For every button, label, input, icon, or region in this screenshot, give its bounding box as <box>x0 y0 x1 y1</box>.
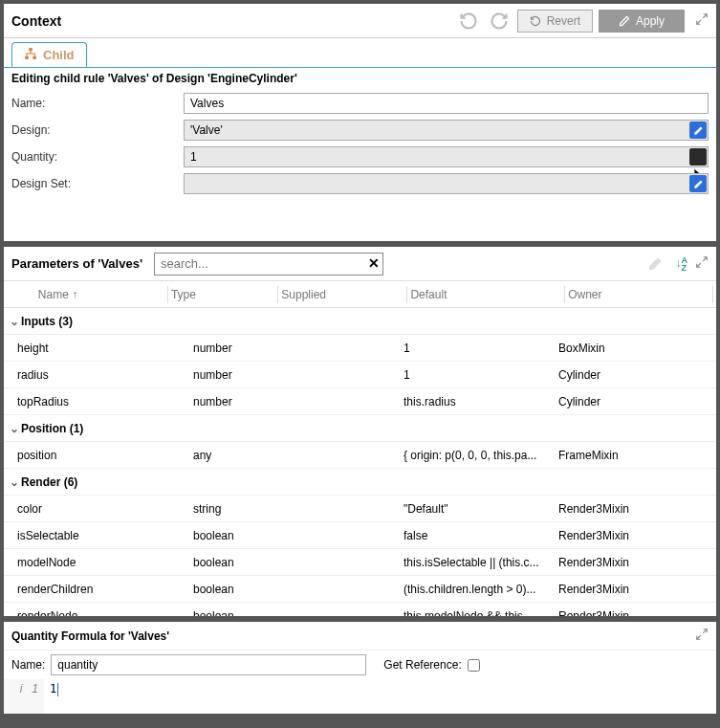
param-owner: Cylinder <box>558 395 692 408</box>
param-row[interactable]: heightnumber1BoxMixin <box>4 335 716 362</box>
param-type: boolean <box>166 529 279 542</box>
svg-line-7 <box>703 629 707 633</box>
param-row[interactable]: radiusnumber1Cylinder <box>4 362 716 388</box>
context-toolbar: Context Revert Apply <box>4 4 716 38</box>
search-input[interactable] <box>154 253 383 276</box>
formula-header: Quantity Formula for 'Valves' <box>4 622 716 651</box>
param-name: renderChildren <box>4 583 166 596</box>
col-default[interactable]: Default <box>410 288 561 301</box>
designset-label: Design Set: <box>11 177 184 190</box>
param-default: (this.children.length > 0)... <box>404 583 558 596</box>
context-panel: Context Revert Apply Child Editing child… <box>2 2 718 243</box>
param-row[interactable]: renderNodebooleanthis.modelNode && this.… <box>4 603 716 616</box>
param-name: isSelectable <box>4 529 166 542</box>
param-owner: BoxMixin <box>558 342 692 355</box>
edit-quantity-icon[interactable] <box>689 148 707 165</box>
group-label: Position (1) <box>21 422 83 435</box>
group-row[interactable]: ⌄ Inputs (3) <box>4 308 716 335</box>
group-row[interactable]: ⌄ Position (1) <box>4 415 716 442</box>
chevron-down-icon: ⌄ <box>8 475 21 489</box>
param-owner: Render3Mixin <box>558 583 692 596</box>
tab-child[interactable]: Child <box>11 42 87 67</box>
expand-formula-icon[interactable] <box>695 628 709 644</box>
param-default: 1 <box>404 368 558 382</box>
name-input[interactable] <box>184 93 709 114</box>
apply-label: Apply <box>636 14 665 28</box>
eraser-icon[interactable] <box>642 252 668 276</box>
param-owner: Cylinder <box>558 368 692 382</box>
param-type: any <box>166 449 279 462</box>
formula-controls: Name: Get Reference: <box>4 651 716 679</box>
param-owner: FrameMixin <box>558 449 692 462</box>
expand-params-icon[interactable] <box>695 255 709 272</box>
param-name: radius <box>4 368 166 382</box>
param-row[interactable]: positionany{ origin: p(0, 0, 0, this.pa.… <box>4 442 716 469</box>
param-default: this.isSelectable || (this.c... <box>404 556 558 569</box>
param-name: topRadius <box>4 395 166 408</box>
apply-button[interactable]: Apply <box>599 10 685 33</box>
param-default: this.radius <box>404 395 558 408</box>
parameters-toolbar: Parameters of 'Valves' ✕ ↓AZ <box>4 247 716 281</box>
undo-icon[interactable] <box>455 9 482 33</box>
svg-line-0 <box>703 14 707 18</box>
col-type[interactable]: Type <box>171 288 274 301</box>
expand-icon[interactable] <box>695 12 709 29</box>
getref-checkbox[interactable] <box>468 659 480 672</box>
parameters-title: Parameters of 'Valves' <box>11 256 142 271</box>
revert-button[interactable]: Revert <box>517 10 593 33</box>
group-label: Inputs (3) <box>21 315 73 328</box>
param-owner: Render3Mixin <box>558 556 692 569</box>
grid-header: Name ↑ Type Supplied Default Owner <box>4 281 716 308</box>
group-label: Render (6) <box>21 475 77 489</box>
svg-line-6 <box>697 263 701 267</box>
sort-az-icon[interactable]: ↓AZ <box>676 256 688 272</box>
param-name: renderNode <box>4 609 166 617</box>
parameters-panel: Parameters of 'Valves' ✕ ↓AZ Name ↑ Type… <box>2 245 718 618</box>
col-owner[interactable]: Owner <box>568 288 709 301</box>
param-row[interactable]: isSelectablebooleanfalseRender3Mixin <box>4 522 716 549</box>
param-row[interactable]: modelNodebooleanthis.isSelectable || (th… <box>4 549 716 576</box>
svg-rect-3 <box>25 56 29 59</box>
param-type: number <box>166 342 279 355</box>
formula-name-label: Name: <box>11 658 45 672</box>
designset-input[interactable] <box>184 173 709 194</box>
formula-name-input[interactable] <box>51 654 366 675</box>
design-input[interactable] <box>184 120 709 141</box>
tab-row: Child <box>4 38 716 68</box>
revert-label: Revert <box>547 14 580 28</box>
param-name: color <box>4 502 166 516</box>
param-row[interactable]: topRadiusnumberthis.radiusCylinder <box>4 388 716 415</box>
svg-rect-2 <box>29 48 33 51</box>
col-name[interactable]: Name <box>38 288 69 301</box>
param-name: height <box>4 342 166 355</box>
edit-designset-icon[interactable] <box>689 175 707 192</box>
sort-asc-icon: ↑ <box>72 288 77 301</box>
context-form: Name: Design: Quantity: Design Set: <box>4 89 716 200</box>
grid-body[interactable]: ⌄ Inputs (3)heightnumber1BoxMixinradiusn… <box>4 308 716 616</box>
quantity-label: Quantity: <box>11 150 184 164</box>
redo-icon[interactable] <box>486 9 513 33</box>
context-title: Context <box>11 13 61 29</box>
clear-search-icon[interactable]: ✕ <box>368 255 380 271</box>
param-name: modelNode <box>4 556 166 569</box>
param-name: position <box>4 449 166 462</box>
formula-editor[interactable]: i1 1 <box>4 679 716 714</box>
svg-line-1 <box>697 20 701 24</box>
param-owner: Render3Mixin <box>558 502 692 516</box>
param-owner: Render3Mixin <box>558 529 692 542</box>
param-default: false <box>404 529 558 542</box>
param-default: this.modelNode && this. <box>404 609 558 617</box>
edit-design-icon[interactable] <box>689 121 707 139</box>
getref-label: Get Reference: <box>383 658 461 672</box>
svg-line-5 <box>703 257 707 261</box>
col-supplied[interactable]: Supplied <box>281 288 404 301</box>
param-row[interactable]: colorstring"Default"Render3Mixin <box>4 496 716 522</box>
param-default: { origin: p(0, 0, 0, this.pa... <box>404 449 558 462</box>
group-row[interactable]: ⌄ Render (6) <box>4 469 716 496</box>
param-type: string <box>166 502 279 516</box>
editor-content[interactable]: 1 <box>44 679 716 714</box>
param-row[interactable]: renderChildrenboolean(this.children.leng… <box>4 576 716 603</box>
quantity-input[interactable] <box>184 146 709 167</box>
param-type: boolean <box>166 583 279 596</box>
chevron-down-icon: ⌄ <box>8 315 21 328</box>
